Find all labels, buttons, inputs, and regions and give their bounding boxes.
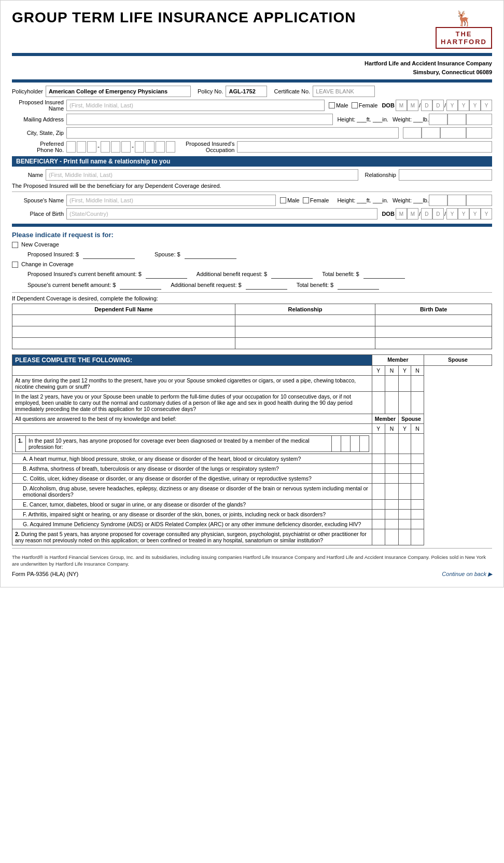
sf-sn[interactable]	[411, 510, 424, 519]
city-extra4[interactable]	[466, 127, 492, 139]
beneficiary-name-field[interactable]: (First, Middle Initial, Last)	[46, 169, 358, 181]
q2-sy[interactable]	[399, 392, 411, 414]
phone-cell-9[interactable]	[156, 141, 165, 153]
height-in-field[interactable]	[447, 114, 466, 125]
se-mn[interactable]	[385, 500, 398, 510]
spouse-current-field[interactable]	[120, 280, 161, 290]
sb-sn[interactable]	[411, 464, 424, 474]
sa-my[interactable]	[372, 454, 385, 464]
q2b-my[interactable]	[372, 529, 385, 545]
city-extra2[interactable]	[422, 127, 440, 139]
sb-mn[interactable]	[385, 464, 398, 474]
sb-sy[interactable]	[399, 464, 411, 474]
spouse-male-checkbox[interactable]: Male	[280, 197, 300, 203]
phone-cell-6[interactable]	[121, 141, 131, 153]
q1-sn[interactable]	[411, 376, 424, 392]
sf-my[interactable]	[372, 510, 385, 519]
change-coverage-checkbox[interactable]	[12, 262, 18, 268]
proposed-insured-name-field[interactable]: (First, Middle Initial, Last)	[66, 100, 325, 111]
sd-sn[interactable]	[411, 484, 424, 500]
dep-row3-dob[interactable]	[375, 338, 492, 349]
policyholder-value[interactable]: American College of Emergency Physicians	[46, 86, 191, 97]
dep-row2-rel[interactable]	[235, 326, 375, 338]
qi-my[interactable]	[331, 436, 341, 452]
sf-sy[interactable]	[399, 510, 411, 519]
sc-my[interactable]	[372, 474, 385, 484]
phone-cell-10[interactable]	[166, 141, 175, 153]
spouse-female-checkbox[interactable]: Female	[303, 197, 329, 203]
phone-cell-3[interactable]	[87, 141, 96, 153]
spouse-wt[interactable]	[466, 195, 492, 206]
pi-total-field[interactable]	[363, 269, 405, 279]
phone-cell-5[interactable]	[111, 141, 120, 153]
q1-sub-intro: 1. In the past 10 years, has anyone prop…	[16, 436, 369, 452]
city-state-field[interactable]	[66, 127, 399, 139]
phone-cell-1[interactable]	[66, 141, 76, 153]
relationship-field[interactable]	[399, 169, 492, 181]
sc-sy[interactable]	[399, 474, 411, 484]
q2-my[interactable]	[372, 392, 385, 414]
q2-sn[interactable]	[411, 392, 424, 414]
sd-mn[interactable]	[385, 484, 398, 500]
q2b-sn[interactable]	[411, 529, 424, 545]
pi-amount-field[interactable]	[83, 250, 135, 259]
qi-sn[interactable]	[359, 436, 369, 452]
pi-additional-field[interactable]	[271, 269, 313, 279]
q2-mn[interactable]	[385, 392, 398, 414]
pi-current-field[interactable]	[146, 269, 187, 279]
phone-cell-7[interactable]	[135, 141, 144, 153]
sg-sn[interactable]	[411, 519, 424, 529]
male-checkbox[interactable]: Male	[329, 102, 348, 108]
mailing-address-field[interactable]	[66, 114, 333, 125]
dep-row1-dob[interactable]	[375, 315, 492, 326]
dep-row2-dob[interactable]	[375, 326, 492, 338]
se-sn[interactable]	[411, 500, 424, 510]
phone-cell-8[interactable]	[145, 141, 155, 153]
place-birth-field[interactable]: (State/Country)	[66, 208, 377, 220]
q1-my[interactable]	[372, 376, 385, 392]
occupation-field[interactable]	[237, 141, 492, 153]
spouse-total-field[interactable]	[338, 280, 379, 290]
sd-sy[interactable]	[399, 484, 411, 500]
dep-row1-name[interactable]	[12, 315, 235, 326]
se-my[interactable]	[372, 500, 385, 510]
dep-row3-rel[interactable]	[235, 338, 375, 349]
sa-sn[interactable]	[411, 454, 424, 464]
q2b-sy[interactable]	[399, 529, 411, 545]
q2b-mn[interactable]	[385, 529, 398, 545]
sc-sn[interactable]	[411, 474, 424, 484]
spouse-ht-in[interactable]	[447, 195, 466, 206]
new-coverage-checkbox[interactable]	[12, 242, 18, 248]
qi-sy[interactable]	[350, 436, 359, 452]
spouse-name-field[interactable]: (First, Middle Initial, Last)	[66, 195, 276, 206]
dep-row1-rel[interactable]	[235, 315, 375, 326]
q1-sy[interactable]	[399, 376, 411, 392]
sg-sy[interactable]	[399, 519, 411, 529]
phone-cell-4[interactable]	[101, 141, 110, 153]
dep-row3-name[interactable]	[12, 338, 235, 349]
city-extra3[interactable]	[440, 127, 466, 139]
sg-mn[interactable]	[385, 519, 398, 529]
sc-mn[interactable]	[385, 474, 398, 484]
height-ft-field[interactable]	[429, 114, 447, 125]
spouse-additional-field[interactable]	[246, 280, 287, 290]
city-extra1[interactable]	[403, 127, 422, 139]
q1-mn[interactable]	[385, 376, 398, 392]
sf-mn[interactable]	[385, 510, 398, 519]
weight-field[interactable]	[466, 114, 492, 125]
sb-my[interactable]	[372, 464, 385, 474]
continue-link[interactable]: Continue on back ▶	[442, 571, 492, 578]
spouse-amount-field[interactable]	[185, 250, 236, 259]
sa-sy[interactable]	[399, 454, 411, 464]
se-sy[interactable]	[399, 500, 411, 510]
phone-cell-2[interactable]	[77, 141, 86, 153]
cert-no-field[interactable]: LEAVE BLANK	[313, 86, 375, 97]
dep-row2-name[interactable]	[12, 326, 235, 338]
qi-mn[interactable]	[341, 436, 350, 452]
spouse-ht-ft[interactable]	[429, 195, 447, 206]
sa-mn[interactable]	[385, 454, 398, 464]
sg-my[interactable]	[372, 519, 385, 529]
policy-no-value[interactable]: AGL-1752	[226, 86, 267, 97]
sd-my[interactable]	[372, 484, 385, 500]
female-checkbox[interactable]: Female	[352, 102, 378, 108]
